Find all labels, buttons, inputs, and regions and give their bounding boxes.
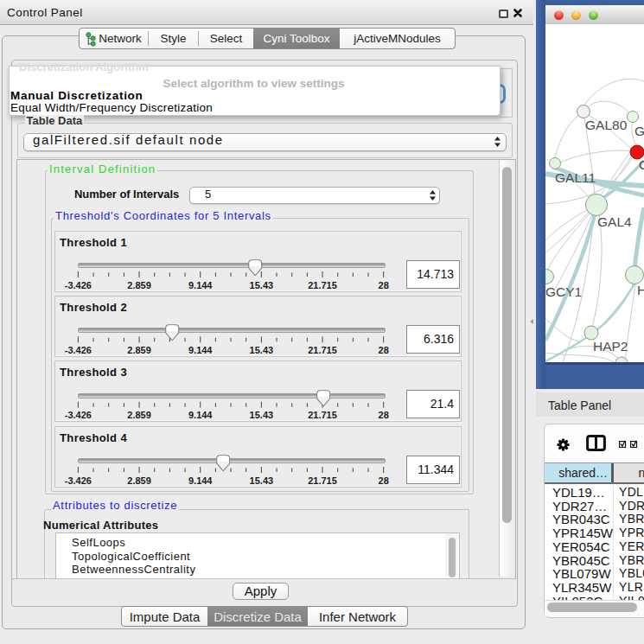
svg-text:GCY1: GCY1 xyxy=(545,284,582,299)
svg-text:GAL80: GAL80 xyxy=(585,118,628,132)
svg-text:H: H xyxy=(637,283,644,297)
svg-text:HAP2: HAP2 xyxy=(593,339,628,354)
svg-text:GAL11: GAL11 xyxy=(555,170,596,185)
svg-text:C: C xyxy=(639,157,644,172)
svg-text:GAL4: GAL4 xyxy=(597,214,632,229)
svg-text:G.: G. xyxy=(634,124,644,138)
